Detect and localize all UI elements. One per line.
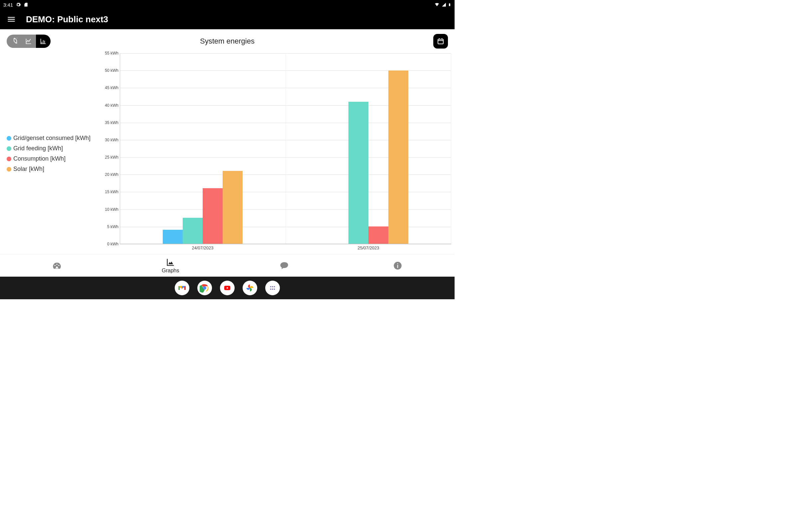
legend-label: Solar [kWh] xyxy=(13,166,44,173)
bar-group xyxy=(286,53,452,244)
y-tick-label: 40 kWh xyxy=(105,103,118,108)
y-tick-label: 0 kWh xyxy=(107,242,118,246)
chart-legend: Grid/genset consumed [kWh]Grid feeding [… xyxy=(3,53,103,254)
photos-app-icon[interactable] xyxy=(243,281,257,295)
x-axis: 24/07/202325/07/2023 xyxy=(120,244,451,254)
sd-card-icon xyxy=(24,2,28,7)
svg-point-10 xyxy=(270,289,272,290)
legend-item[interactable]: Solar [kWh] xyxy=(7,166,44,173)
chart-body: Grid/genset consumed [kWh]Grid feeding [… xyxy=(0,53,455,254)
app-drawer-icon[interactable] xyxy=(265,281,280,295)
svg-point-11 xyxy=(272,289,273,290)
legend-swatch xyxy=(7,146,11,151)
svg-point-12 xyxy=(274,289,275,290)
bar-chart-toggle[interactable] xyxy=(36,35,51,48)
nav-graphs[interactable]: Graphs xyxy=(114,254,227,277)
y-tick-label: 30 kWh xyxy=(105,138,118,142)
y-tick-label: 50 kWh xyxy=(105,68,118,73)
app-title: DEMO: Public next3 xyxy=(26,14,108,25)
chart-header: System energies xyxy=(0,29,455,53)
content-area: System energies Grid/genset consumed [kW… xyxy=(0,29,455,254)
android-status-bar: 3:41 xyxy=(0,0,455,9)
y-tick-label: 15 kWh xyxy=(105,190,118,194)
y-tick-label: 55 kWh xyxy=(105,51,118,56)
menu-icon[interactable] xyxy=(7,15,16,24)
wifi-icon xyxy=(434,2,440,7)
status-time: 3:41 xyxy=(3,2,13,8)
svg-point-7 xyxy=(270,286,272,288)
legend-swatch xyxy=(7,157,11,161)
y-tick-label: 5 kWh xyxy=(107,225,118,229)
signal-icon xyxy=(441,2,446,7)
nav-messages[interactable] xyxy=(227,254,341,277)
legend-label: Grid feeding [kWh] xyxy=(13,145,63,152)
youtube-app-icon[interactable] xyxy=(220,281,235,295)
y-tick-label: 35 kWh xyxy=(105,120,118,125)
chart-plot: 0 kWh5 kWh10 kWh15 kWh20 kWh25 kWh30 kWh… xyxy=(103,53,451,254)
area-chart-icon xyxy=(166,258,175,267)
bar[interactable] xyxy=(368,226,388,244)
y-tick-label: 25 kWh xyxy=(105,155,118,159)
calendar-button[interactable] xyxy=(433,34,448,49)
nav-dashboard[interactable] xyxy=(0,254,114,277)
app-bar: DEMO: Public next3 xyxy=(0,9,455,29)
nav-info[interactable] xyxy=(341,254,455,277)
bar[interactable] xyxy=(348,102,368,244)
bar[interactable] xyxy=(223,171,243,244)
battery-icon xyxy=(448,2,451,7)
nav-graphs-label: Graphs xyxy=(162,268,179,274)
plot-area xyxy=(120,53,451,244)
svg-point-8 xyxy=(272,286,273,288)
gear-icon xyxy=(16,2,21,7)
legend-item[interactable]: Grid feeding [kWh] xyxy=(7,145,63,152)
bar[interactable] xyxy=(163,230,183,244)
y-axis: 0 kWh5 kWh10 kWh15 kWh20 kWh25 kWh30 kWh… xyxy=(103,53,120,244)
android-dock xyxy=(0,277,455,299)
pie-chart-toggle[interactable] xyxy=(7,35,21,48)
svg-point-5 xyxy=(203,287,206,289)
legend-swatch xyxy=(7,136,11,141)
gauge-icon xyxy=(52,261,61,270)
legend-label: Grid/genset consumed [kWh] xyxy=(13,135,91,141)
legend-item[interactable]: Grid/genset consumed [kWh] xyxy=(7,135,91,141)
bar[interactable] xyxy=(183,218,203,244)
y-tick-label: 45 kWh xyxy=(105,86,118,90)
chart-title: System energies xyxy=(200,37,255,45)
legend-item[interactable]: Consumption [kWh] xyxy=(7,155,66,162)
gmail-app-icon[interactable] xyxy=(175,281,189,295)
svg-rect-0 xyxy=(438,39,443,44)
svg-point-9 xyxy=(274,286,275,288)
y-tick-label: 20 kWh xyxy=(105,172,118,177)
info-icon xyxy=(393,261,402,270)
legend-swatch xyxy=(7,167,11,172)
bottom-nav: Graphs xyxy=(0,254,455,277)
bar[interactable] xyxy=(203,188,223,244)
bar[interactable] xyxy=(388,71,408,244)
speech-bubble-icon xyxy=(279,261,289,270)
x-tick-label: 25/07/2023 xyxy=(286,244,451,254)
bar-group xyxy=(120,53,286,244)
line-chart-toggle[interactable] xyxy=(21,35,36,48)
chart-type-toggle xyxy=(7,35,51,48)
x-tick-label: 24/07/2023 xyxy=(120,244,286,254)
y-tick-label: 10 kWh xyxy=(105,207,118,212)
legend-label: Consumption [kWh] xyxy=(13,155,66,162)
chrome-app-icon[interactable] xyxy=(197,281,212,295)
